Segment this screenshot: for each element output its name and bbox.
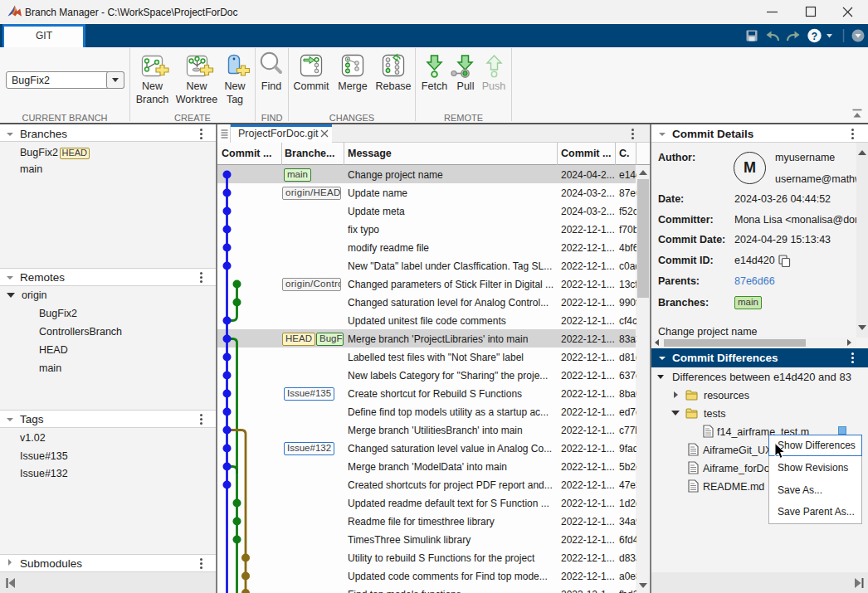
svg-text:?: ? (812, 31, 817, 42)
